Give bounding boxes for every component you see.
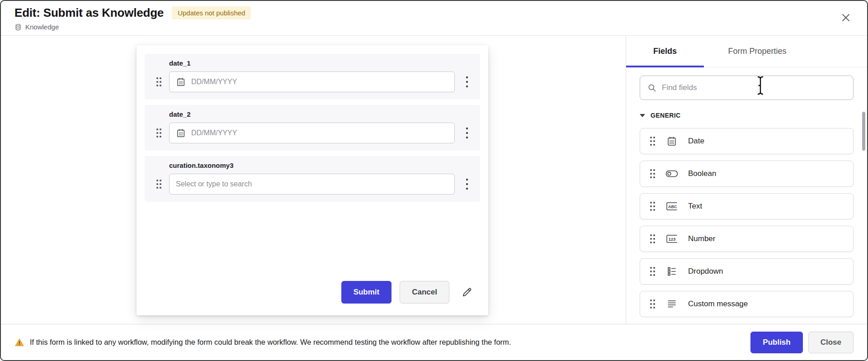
form-preview-card: date_1 xyxy=(137,45,488,315)
form-actions: Submit Cancel xyxy=(145,281,480,304)
search-icon xyxy=(647,83,656,92)
drag-handle-icon[interactable] xyxy=(148,59,169,92)
form-field-date-2[interactable]: date_2 xyxy=(145,105,480,151)
publish-button[interactable]: Publish xyxy=(750,332,802,353)
drag-handle-icon[interactable] xyxy=(148,162,169,195)
form-canvas: date_1 xyxy=(1,36,626,324)
section-label: GENERIC xyxy=(651,112,681,119)
drag-handle-icon xyxy=(649,233,656,244)
drag-handle-icon xyxy=(649,136,656,147)
select-input[interactable] xyxy=(169,174,455,195)
breadcrumb: Knowledge xyxy=(14,23,854,31)
title-row: Edit: Submit as Knowledge Updates not pu… xyxy=(14,6,854,20)
form-field-taxonomy[interactable]: curation.taxonomy3 xyxy=(145,156,480,202)
footer: If this form is linked to any workflow, … xyxy=(1,324,867,360)
field-label: curation.taxonomy3 xyxy=(169,162,455,170)
field-menu-kebab-icon[interactable] xyxy=(459,162,475,195)
toggle-icon xyxy=(665,170,678,178)
drag-handle-icon xyxy=(649,168,656,179)
field-type-label: Dropdown xyxy=(688,267,723,276)
body: date_1 xyxy=(1,36,867,324)
calendar-icon xyxy=(666,136,677,147)
field-type-list: Date Boolean xyxy=(626,128,867,324)
section-generic[interactable]: GENERIC xyxy=(626,106,867,128)
field-type-label: Custom message xyxy=(688,299,748,309)
cancel-button[interactable]: Cancel xyxy=(400,281,449,304)
field-label: date_1 xyxy=(169,59,455,67)
field-body: curation.taxonomy3 xyxy=(169,162,459,195)
field-type-label: Number xyxy=(688,234,715,243)
page-title: Edit: Submit as Knowledge xyxy=(14,6,164,20)
workflow-warning-text: If this form is linked to any workflow, … xyxy=(30,338,511,347)
number-123-icon: 123 xyxy=(665,234,678,244)
drag-handle-icon xyxy=(649,266,656,277)
sidebar-tabs: Fields Form Properties xyxy=(626,36,867,67)
field-menu-kebab-icon[interactable] xyxy=(459,59,475,92)
field-label: date_2 xyxy=(169,110,455,119)
list-icon xyxy=(666,266,677,277)
field-menu-kebab-icon[interactable] xyxy=(459,110,475,143)
field-type-custom-message[interactable]: Custom message xyxy=(640,291,854,317)
search-box[interactable] xyxy=(640,76,854,100)
submit-button[interactable]: Submit xyxy=(341,281,392,304)
calendar-icon xyxy=(176,128,186,138)
warning-icon xyxy=(14,337,24,347)
text-lines-icon xyxy=(666,299,677,309)
field-type-label: Text xyxy=(688,202,702,211)
calendar-icon xyxy=(176,77,186,87)
taxonomy-field[interactable] xyxy=(176,180,448,188)
drag-handle-icon xyxy=(649,299,656,309)
field-type-label: Date xyxy=(688,137,704,146)
date-input[interactable] xyxy=(169,123,455,143)
breadcrumb-label: Knowledge xyxy=(25,23,59,31)
field-type-number[interactable]: 123 Number xyxy=(640,226,854,252)
field-type-label: Boolean xyxy=(688,169,716,178)
chevron-down-icon xyxy=(640,114,645,117)
header: Edit: Submit as Knowledge Updates not pu… xyxy=(1,1,867,36)
svg-text:ABC: ABC xyxy=(668,204,677,209)
close-button[interactable]: Close xyxy=(808,332,854,353)
tab-form-properties[interactable]: Form Properties xyxy=(704,36,811,67)
date-input[interactable] xyxy=(169,71,455,92)
status-badge: Updates not published xyxy=(172,6,251,19)
field-type-text[interactable]: ABC Text xyxy=(640,193,854,219)
field-body: date_2 xyxy=(169,110,459,143)
field-type-dropdown[interactable]: Dropdown xyxy=(640,258,854,285)
date-1-field[interactable] xyxy=(191,78,448,86)
find-fields-input[interactable] xyxy=(662,83,846,92)
field-body: date_1 xyxy=(169,59,459,92)
close-icon[interactable] xyxy=(839,11,853,24)
tab-fields[interactable]: Fields xyxy=(626,36,704,67)
date-2-field[interactable] xyxy=(191,129,448,137)
field-type-date[interactable]: Date xyxy=(640,128,854,154)
abc-icon: ABC xyxy=(665,201,678,211)
search-area xyxy=(626,67,867,106)
form-editor-modal: Edit: Submit as Knowledge Updates not pu… xyxy=(0,0,868,361)
drag-handle-icon[interactable] xyxy=(148,110,169,143)
fields-sidebar: Fields Form Properties xyxy=(626,36,867,324)
drag-handle-icon xyxy=(649,201,656,212)
form-field-date-1[interactable]: date_1 xyxy=(145,54,480,100)
edit-buttons-pencil-icon[interactable] xyxy=(461,286,473,298)
sidebar-scrollbar[interactable] xyxy=(862,112,865,151)
database-icon xyxy=(14,24,22,31)
svg-text:123: 123 xyxy=(669,237,676,242)
field-type-boolean[interactable]: Boolean xyxy=(640,161,854,187)
